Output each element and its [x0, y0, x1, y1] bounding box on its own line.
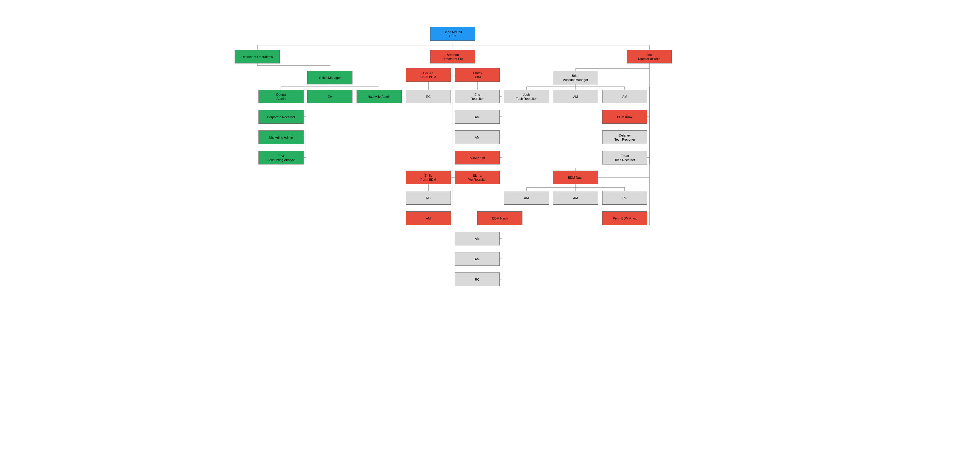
node-office-manager[interactable]: Office Manager — [307, 71, 353, 84]
node-title: RC — [622, 196, 627, 200]
node-ethan[interactable]: Ethan Tech Recruiter — [602, 151, 648, 164]
node-ashley-am2[interactable]: AM — [455, 131, 500, 144]
node-brandon-am[interactable]: AM — [406, 211, 451, 225]
node-title: Corporate Recruiter — [267, 115, 295, 119]
node-title: Admin — [277, 97, 286, 101]
node-ea[interactable]: EA — [307, 90, 353, 104]
node-name: Delaney — [619, 133, 630, 137]
node-title: Pro Recruiter — [468, 178, 487, 182]
node-bdmnash-tech-am2[interactable]: AM — [553, 191, 598, 205]
node-bdmnash-brandon-am1[interactable]: AM — [455, 232, 500, 245]
node-brian-am2[interactable]: AM — [602, 90, 648, 104]
node-title: Director of Tech — [638, 57, 660, 61]
node-title: BDM Knox — [617, 115, 633, 119]
node-title: BDM — [474, 75, 480, 79]
node-title: Recruiter — [471, 97, 484, 101]
node-title: AM — [475, 115, 480, 119]
node-name: Sierra — [473, 174, 481, 178]
node-title: Perm BDM — [421, 178, 436, 182]
node-name: Emily — [424, 174, 432, 178]
node-title: BDM Knox — [469, 156, 485, 160]
node-name: Ashley — [473, 71, 482, 75]
node-perm-bdm-knox[interactable]: Perm BDM Knox — [602, 211, 648, 225]
node-title: RC — [426, 196, 431, 200]
node-bdmnash-tech-rc[interactable]: RC — [602, 191, 648, 205]
node-title: Marketing Admin — [269, 135, 293, 139]
node-bdmnash-brandon-am2[interactable]: AM — [455, 252, 500, 266]
node-title: Accounting Analyst — [267, 158, 294, 162]
node-brian-bdmknox[interactable]: BDM Knox — [602, 110, 648, 124]
node-title: RC — [426, 95, 431, 99]
node-cecilee[interactable]: Cecilee Perm BDM — [406, 68, 451, 82]
node-bdm-nash-brandon[interactable]: BDM Nash — [477, 211, 522, 225]
node-corp-recruiter[interactable]: Corporate Recruiter — [258, 110, 304, 124]
node-brian-am1[interactable]: AM — [553, 90, 598, 104]
node-ashley-bdmknox[interactable]: BDM Knox — [455, 151, 500, 164]
node-emily-rc[interactable]: RC — [406, 191, 451, 205]
node-title: Perm BDM — [421, 75, 436, 79]
node-title: AM — [573, 196, 578, 200]
node-director-tech[interactable]: Joe Director of Tech — [627, 50, 672, 64]
node-marketing-admin[interactable]: Marketing Admin — [258, 131, 304, 144]
node-bdmnash-brandon-rc[interactable]: RC — [455, 272, 500, 286]
node-title: Office Manager — [319, 76, 341, 80]
node-title: BDM Nash — [568, 175, 583, 180]
node-title: BDM Nash — [492, 216, 508, 220]
node-title: Perm BDM Knox — [613, 216, 637, 220]
node-title: EA — [328, 95, 332, 99]
node-director-pro[interactable]: Brandon Director of Pro — [430, 50, 475, 64]
node-name: Josh — [523, 92, 530, 97]
node-tina[interactable]: Tina Accounting Analyst — [258, 151, 304, 164]
node-cecilee-rc[interactable]: RC — [406, 90, 451, 104]
node-donna[interactable]: Donna Admin — [258, 90, 304, 104]
node-name: Eric — [474, 92, 480, 97]
node-title: Tech Recruiter — [516, 97, 537, 101]
node-emily[interactable]: Emily Perm BDM — [406, 170, 451, 184]
node-name: Tina — [278, 154, 284, 158]
node-title: AM — [475, 257, 480, 261]
node-name: Brian — [572, 74, 579, 78]
node-nashville-admin[interactable]: Nashville Admin — [356, 90, 402, 104]
node-josh[interactable]: Josh Tech Recruiter — [504, 90, 549, 104]
node-ashley-am1[interactable]: AM — [455, 110, 500, 124]
node-director-operations[interactable]: Director of Operations — [235, 50, 280, 64]
node-ceo[interactable]: Sean McCall CEO — [430, 27, 475, 41]
node-title: RC — [475, 277, 480, 282]
node-name: Sean McCall — [444, 30, 461, 34]
node-name: Joe — [647, 53, 652, 57]
node-bdm-nash-tech[interactable]: BDM Nash — [553, 170, 598, 184]
node-title: Director of Pro — [442, 57, 463, 61]
node-title: Tech Recruiter — [614, 137, 635, 142]
node-title: AM — [475, 135, 480, 139]
node-bdmnash-tech-am1[interactable]: AM — [504, 191, 549, 205]
node-sierra[interactable]: Sierra Pro Recruiter — [455, 170, 500, 184]
node-title: AM — [426, 216, 431, 220]
node-name: Ethan — [620, 154, 629, 158]
node-eric[interactable]: Eric Recruiter — [455, 90, 500, 104]
node-title: Tech Recruiter — [614, 158, 635, 162]
node-title: CEO — [449, 34, 457, 38]
node-name: Brandon — [447, 53, 459, 57]
node-brian[interactable]: Brian Account Manager — [553, 71, 598, 84]
node-delaney[interactable]: Delaney Tech Recruiter — [602, 131, 648, 144]
node-title: AM — [475, 237, 480, 241]
node-name: Cecilee — [423, 71, 434, 75]
node-title: Account Manager — [563, 78, 588, 82]
node-title: AM — [573, 95, 578, 99]
node-title: AM — [622, 95, 627, 99]
node-ashley[interactable]: Ashley BDM — [455, 68, 500, 82]
node-title: Director of Operations — [242, 55, 273, 59]
node-title: AM — [524, 196, 529, 200]
node-title: Nashville Admin — [368, 95, 390, 99]
node-name: Donna — [276, 92, 286, 97]
